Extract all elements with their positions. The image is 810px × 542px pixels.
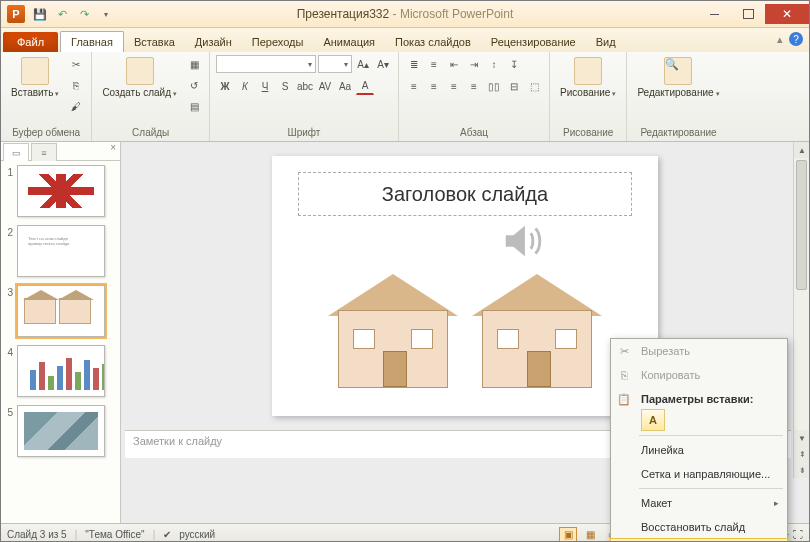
minimize-button[interactable] (697, 4, 731, 24)
spacing-icon[interactable]: AV (316, 77, 334, 95)
next-slide-icon[interactable]: ⇟ (794, 462, 810, 478)
scroll-down-icon[interactable]: ▼ (794, 430, 810, 446)
copy-icon: ⎘ (616, 367, 632, 383)
tab-home[interactable]: Главная (60, 31, 124, 52)
layout-icon[interactable]: ▦ (185, 55, 203, 73)
scroll-thumb[interactable] (796, 160, 807, 290)
columns-icon[interactable]: ▯▯ (485, 77, 503, 95)
redo-icon[interactable]: ↷ (75, 5, 93, 23)
paste-option-keep-text[interactable]: A (641, 409, 665, 431)
numbering-icon[interactable]: ≡ (425, 55, 443, 73)
font-color-icon[interactable]: A (356, 77, 374, 95)
align-center-icon[interactable]: ≡ (425, 77, 443, 95)
qat-dropdown-icon[interactable]: ▾ (97, 5, 115, 23)
font-family-combo[interactable]: ▾ (216, 55, 316, 73)
thumb-num: 5 (3, 405, 13, 418)
ctx-layout[interactable]: Макет (611, 491, 787, 515)
ctx-ruler-label: Линейка (641, 444, 684, 456)
thumbnail-4[interactable]: 4 (3, 345, 118, 397)
title-bar: P 💾 ↶ ↷ ▾ Презентация332 - Microsoft Pow… (1, 1, 809, 28)
tab-review[interactable]: Рецензирование (481, 32, 586, 52)
font-size-combo[interactable]: ▾ (318, 55, 352, 73)
cut-icon[interactable]: ✂ (67, 55, 85, 73)
align-text-icon[interactable]: ⊟ (505, 77, 523, 95)
maximize-button[interactable] (731, 4, 765, 24)
slide-title-placeholder[interactable]: Заголовок слайда (298, 172, 632, 216)
ribbon: Вставить ✂ ⎘ 🖌 Буфер обмена Создать слай… (1, 52, 809, 142)
slides-tab[interactable]: ▭ (3, 143, 29, 161)
tab-insert[interactable]: Вставка (124, 32, 185, 52)
tab-animations[interactable]: Анимация (313, 32, 385, 52)
section-icon[interactable]: ▤ (185, 97, 203, 115)
group-slides-label: Слайды (98, 126, 203, 139)
scroll-up-icon[interactable]: ▲ (794, 142, 810, 158)
file-tab[interactable]: Файл (3, 32, 58, 52)
find-icon: 🔍 (664, 57, 692, 85)
slide-content-area[interactable] (298, 230, 632, 396)
ctx-reset-slide[interactable]: Восстановить слайд (611, 515, 787, 539)
drawing-button[interactable]: Рисование (556, 55, 620, 101)
close-pane-icon[interactable]: × (110, 142, 116, 160)
group-font-label: Шрифт (216, 126, 392, 139)
paste-button[interactable]: Вставить (7, 55, 63, 101)
undo-icon[interactable]: ↶ (53, 5, 71, 23)
separator (639, 488, 783, 489)
shrink-font-icon[interactable]: A▾ (374, 55, 392, 73)
grow-font-icon[interactable]: A▴ (354, 55, 372, 73)
case-icon[interactable]: Aa (336, 77, 354, 95)
group-editing: 🔍 Редактирование Редактирование (627, 52, 729, 141)
ctx-format-background[interactable]: 🪣 Формат фона... (610, 538, 788, 542)
fit-window-icon[interactable]: ⛶ (793, 529, 803, 540)
ctx-grid[interactable]: Сетка и направляющие... (611, 462, 787, 486)
indent-inc-icon[interactable]: ⇥ (465, 55, 483, 73)
italic-icon[interactable]: К (236, 77, 254, 95)
save-icon[interactable]: 💾 (31, 5, 49, 23)
ctx-ruler[interactable]: Линейка (611, 438, 787, 462)
tab-design[interactable]: Дизайн (185, 32, 242, 52)
smartart-icon[interactable]: ⬚ (525, 77, 543, 95)
line-spacing-icon[interactable]: ↕ (485, 55, 503, 73)
reset-icon[interactable]: ↺ (185, 76, 203, 94)
underline-icon[interactable]: Ч (256, 77, 274, 95)
vertical-scrollbar[interactable]: ▲ ▼ ⇞ ⇟ (793, 142, 809, 478)
editing-button[interactable]: 🔍 Редактирование (633, 55, 723, 101)
spellcheck-icon[interactable]: ✔ (163, 529, 171, 540)
ctx-copy[interactable]: ⎘ Копировать (611, 363, 787, 387)
format-painter-icon[interactable]: 🖌 (67, 97, 85, 115)
shadow-icon[interactable]: abc (296, 77, 314, 95)
thumbnail-3[interactable]: 3 (3, 285, 118, 337)
cut-icon: ✂ (616, 343, 632, 359)
align-left-icon[interactable]: ≡ (405, 77, 423, 95)
slide-canvas[interactable]: Заголовок слайда (272, 156, 658, 416)
language-label[interactable]: русский (179, 529, 215, 540)
sorter-view-icon[interactable]: ▦ (581, 527, 599, 543)
strike-icon[interactable]: S (276, 77, 294, 95)
indent-dec-icon[interactable]: ⇤ (445, 55, 463, 73)
tab-view[interactable]: Вид (586, 32, 626, 52)
normal-view-icon[interactable]: ▣ (559, 527, 577, 543)
prev-slide-icon[interactable]: ⇞ (794, 446, 810, 462)
thumb-num: 2 (3, 225, 13, 238)
tab-slideshow[interactable]: Показ слайдов (385, 32, 481, 52)
paste-options-icon: 📋 (616, 391, 632, 407)
help-icon[interactable]: ? (789, 32, 803, 46)
thumbnail-5[interactable]: 5 (3, 405, 118, 457)
audio-icon[interactable] (500, 218, 546, 264)
tab-transitions[interactable]: Переходы (242, 32, 314, 52)
copy-icon[interactable]: ⎘ (67, 76, 85, 94)
new-slide-button[interactable]: Создать слайд (98, 55, 181, 101)
group-clipboard: Вставить ✂ ⎘ 🖌 Буфер обмена (1, 52, 92, 141)
thumbnail-2[interactable]: 2 Текст на этом слайдепример текста слай… (3, 225, 118, 277)
thumb-num: 3 (3, 285, 13, 298)
text-direction-icon[interactable]: ↧ (505, 55, 523, 73)
bold-icon[interactable]: Ж (216, 77, 234, 95)
thumbnail-pane: ▭ ≡ × 1 2 Текст на этом слайдепример тек… (1, 142, 121, 523)
ctx-cut[interactable]: ✂ Вырезать (611, 339, 787, 363)
close-button[interactable] (765, 4, 809, 24)
outline-tab[interactable]: ≡ (31, 143, 57, 161)
bullets-icon[interactable]: ≣ (405, 55, 423, 73)
justify-icon[interactable]: ≡ (465, 77, 483, 95)
thumbnail-1[interactable]: 1 (3, 165, 118, 217)
align-right-icon[interactable]: ≡ (445, 77, 463, 95)
minimize-ribbon-icon[interactable]: ▴ (777, 33, 783, 46)
